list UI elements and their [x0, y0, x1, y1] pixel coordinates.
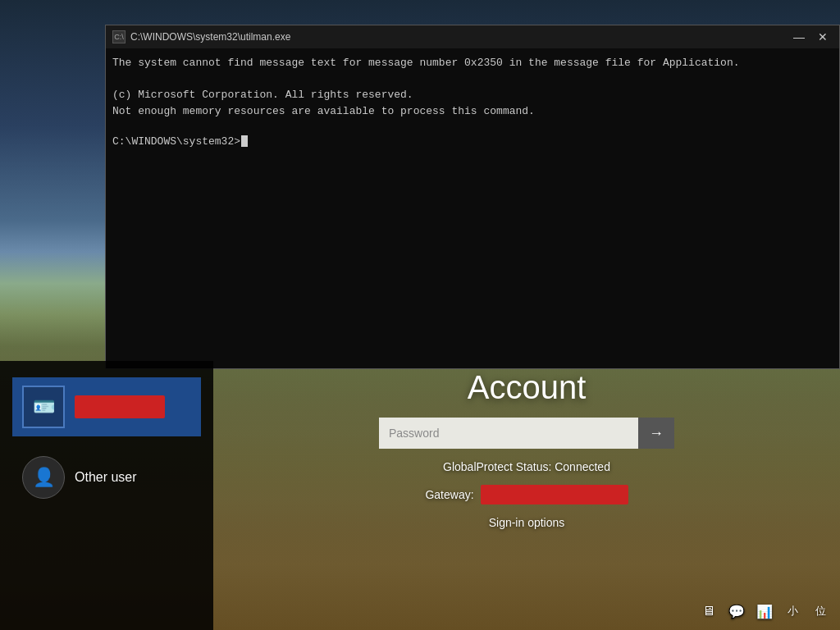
selected-user-avatar: 🪪: [22, 386, 65, 428]
gateway-label: Gateway:: [425, 488, 473, 501]
cmd-prompt-text: C:\WINDOWS\system32>: [112, 135, 240, 148]
cmd-app-icon: C:\: [112, 30, 126, 43]
taskbar-icon-chart[interactable]: 📊: [753, 602, 776, 620]
cmd-minimize-btn[interactable]: —: [788, 29, 810, 45]
cmd-body: The system cannot find message text for …: [106, 48, 839, 368]
taskbar-icon-wei[interactable]: 位: [809, 602, 832, 620]
cmd-prompt: C:\WINDOWS\system32>: [112, 135, 833, 148]
cmd-window: C:\ C:\WINDOWS\system32\utilman.exe — ✕ …: [105, 25, 840, 369]
password-row: →: [379, 418, 674, 449]
other-user-avatar: 👤: [22, 456, 65, 499]
selected-user-icon: 🪪: [33, 396, 55, 418]
cmd-line-2: [112, 71, 833, 88]
cmd-line-4: Not enough memory resources are availabl…: [112, 103, 833, 120]
cmd-cursor: [241, 135, 248, 147]
login-form-area: Account → GlobalProtect Status: Connecte…: [213, 361, 840, 529]
taskbar-icon-monitor[interactable]: 🖥: [697, 602, 720, 620]
gateway-row: Gateway:: [425, 485, 628, 504]
password-input[interactable]: [379, 418, 638, 449]
taskbar-icons: 🖥 💬 📊 小 位: [697, 602, 832, 620]
taskbar-icon-chat[interactable]: 💬: [725, 602, 748, 620]
other-user-icon: 👤: [33, 467, 55, 488]
login-area: 🪪 👤 Other user Account → GlobalProtect S…: [0, 361, 840, 630]
cmd-close-btn[interactable]: ✕: [813, 29, 833, 45]
cmd-titlebar-left: C:\ C:\WINDOWS\system32\utilman.exe: [112, 30, 290, 43]
cmd-line-5: [112, 119, 833, 135]
other-user-tile[interactable]: 👤 Other user: [12, 450, 201, 505]
other-user-label: Other user: [75, 470, 137, 485]
selected-user-name-redacted: [75, 395, 165, 418]
left-panel: 🪪 👤 Other user: [0, 361, 213, 630]
selected-user-tile[interactable]: 🪪: [12, 377, 201, 436]
taskbar-icon-small[interactable]: 小: [781, 602, 804, 620]
gateway-value-redacted: [481, 485, 628, 504]
cmd-title: C:\WINDOWS\system32\utilman.exe: [130, 31, 290, 43]
cmd-line-1: The system cannot find message text for …: [112, 55, 833, 71]
signin-options[interactable]: Sign-in options: [489, 516, 565, 529]
password-submit-btn[interactable]: →: [638, 418, 674, 449]
gp-status: GlobalProtect Status: Connected: [443, 460, 610, 473]
account-title: Account: [468, 369, 587, 406]
cmd-controls: — ✕: [788, 29, 833, 45]
cmd-titlebar: C:\ C:\WINDOWS\system32\utilman.exe — ✕: [106, 25, 839, 48]
cmd-line-3: (c) Microsoft Corporation. All rights re…: [112, 87, 833, 103]
